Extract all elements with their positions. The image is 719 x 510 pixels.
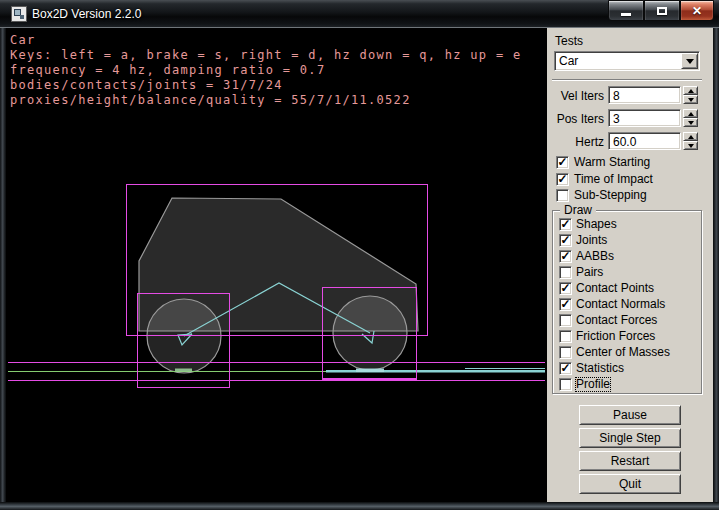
warm-starting-label[interactable]: Warm Starting — [574, 156, 650, 169]
contact-normals-checkbox[interactable]: ✓ — [559, 298, 572, 311]
tests-label: Tests — [555, 34, 583, 48]
contact-points-checkbox[interactable]: ✓ — [559, 282, 572, 295]
contact-point-marker-left — [175, 369, 192, 372]
vel-iters-spinner — [683, 86, 698, 104]
physics-canvas[interactable]: Car Keys: left = a, brake = s, right = d… — [6, 28, 547, 502]
spinner-up-icon — [688, 135, 694, 139]
shapes-checkbox[interactable]: ✓ — [559, 218, 572, 231]
pos-iters-label: Pos Iters — [547, 112, 604, 126]
maximize-icon — [657, 7, 667, 15]
single-step-button[interactable]: Single Step — [579, 428, 681, 448]
aabbs-label[interactable]: AABBs — [576, 250, 614, 263]
sub-stepping-checkbox[interactable] — [556, 189, 569, 202]
test-dropdown-button[interactable] — [681, 53, 698, 69]
vel-iters-spin-down[interactable] — [683, 95, 698, 104]
contact-forces-checkbox[interactable] — [559, 314, 572, 327]
contact-normals-label[interactable]: Contact Normals — [576, 298, 665, 311]
test-dropdown[interactable]: Car — [554, 51, 700, 71]
hud-proxy-stats: proxies/height/balance/quality = 55/7/1/… — [10, 93, 521, 108]
hertz-label: Hertz — [547, 135, 604, 149]
center-of-masses-label[interactable]: Center of Masses — [576, 346, 670, 359]
test-dropdown-value: Car — [559, 54, 578, 68]
pos-iters-spin-down[interactable] — [683, 118, 698, 127]
spinner-up-icon — [688, 112, 694, 116]
sub-stepping-label[interactable]: Sub-Stepping — [574, 189, 647, 202]
profile-label[interactable]: Profile — [576, 378, 610, 391]
hertz-spinner — [683, 132, 698, 150]
control-panel: Tests Car Vel Iters Pos Iters Hertz ✓ — [547, 28, 713, 502]
pause-button[interactable]: Pause — [579, 405, 681, 425]
restart-button[interactable]: Restart — [579, 451, 681, 471]
friction-forces-label[interactable]: Friction Forces — [576, 330, 655, 343]
separator — [552, 79, 702, 81]
spinner-down-icon — [688, 144, 694, 148]
titlebar[interactable]: Box2D Version 2.2.0 ✕ — [0, 0, 719, 28]
statistics-label[interactable]: Statistics — [576, 362, 624, 375]
hertz-input[interactable] — [608, 132, 681, 150]
aabbs-checkbox[interactable]: ✓ — [559, 250, 572, 263]
hertz-spin-up[interactable] — [683, 132, 698, 141]
draw-groupbox-title: Draw — [560, 203, 596, 217]
statistics-checkbox[interactable]: ✓ — [559, 362, 572, 375]
hertz-spin-down[interactable] — [683, 141, 698, 150]
pos-iters-spin-up[interactable] — [683, 109, 698, 118]
pos-iters-spinner — [683, 109, 698, 127]
center-of-masses-checkbox[interactable] — [559, 346, 572, 359]
hud-frequency: frequency = 4 hz, damping ratio = 0.7 — [10, 63, 521, 78]
joints-label[interactable]: Joints — [576, 234, 607, 247]
pairs-label[interactable]: Pairs — [576, 266, 603, 279]
vel-iters-label: Vel Iters — [547, 89, 604, 103]
joints-checkbox[interactable]: ✓ — [559, 234, 572, 247]
pairs-checkbox[interactable] — [559, 266, 572, 279]
hud-test-name: Car — [10, 33, 521, 48]
window-title: Box2D Version 2.2.0 — [32, 7, 141, 21]
hud-text: Car Keys: left = a, brake = s, right = d… — [10, 33, 521, 108]
app-icon — [11, 6, 27, 22]
friction-forces-checkbox[interactable] — [559, 330, 572, 343]
quit-button[interactable]: Quit — [579, 474, 681, 494]
pos-iters-input[interactable] — [608, 109, 681, 127]
shapes-label[interactable]: Shapes — [576, 218, 617, 231]
app-window: Box2D Version 2.2.0 ✕ — [0, 0, 719, 510]
time-of-impact-label[interactable]: Time of Impact — [574, 173, 653, 186]
minimize-icon — [621, 13, 631, 16]
hud-body-counts: bodies/contacts/joints = 31/7/24 — [10, 78, 521, 93]
spinner-down-icon — [688, 98, 694, 102]
window-border-right — [713, 28, 719, 502]
warm-starting-checkbox[interactable]: ✓ — [556, 156, 569, 169]
vel-iters-spin-up[interactable] — [683, 86, 698, 95]
close-button[interactable]: ✕ — [680, 0, 714, 21]
contact-points-label[interactable]: Contact Points — [576, 282, 654, 295]
maximize-button[interactable] — [644, 0, 680, 21]
vel-iters-input[interactable] — [608, 86, 681, 104]
profile-checkbox[interactable] — [559, 378, 572, 391]
time-of-impact-checkbox[interactable]: ✓ — [556, 173, 569, 186]
spinner-down-icon — [688, 121, 694, 125]
contact-forces-label[interactable]: Contact Forces — [576, 314, 657, 327]
spinner-up-icon — [688, 89, 694, 93]
hud-keys: Keys: left = a, brake = s, right = d, hz… — [10, 48, 521, 63]
minimize-button[interactable] — [608, 0, 644, 21]
close-icon: ✕ — [692, 5, 702, 17]
app-icon-pane2 — [20, 15, 24, 19]
window-border-bottom — [0, 502, 719, 510]
contact-point-marker-right — [356, 369, 384, 373]
chevron-down-icon — [686, 59, 694, 64]
